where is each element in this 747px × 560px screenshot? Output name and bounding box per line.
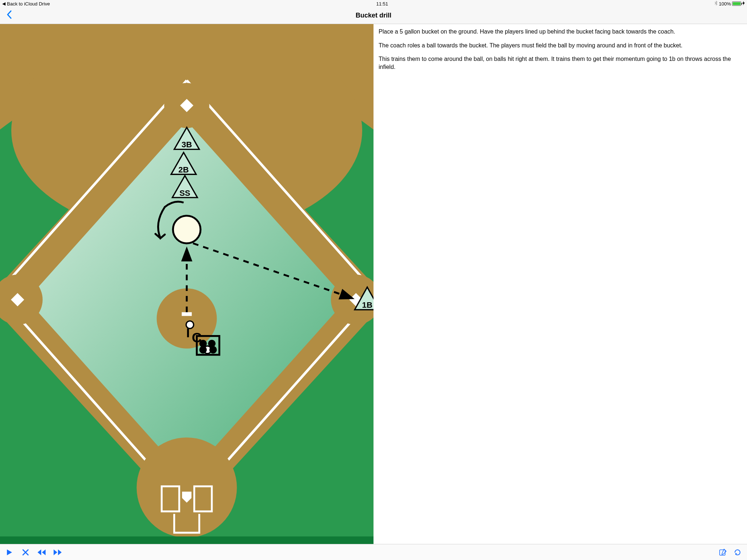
play-icon [6, 549, 13, 556]
edit-button[interactable] [716, 546, 730, 559]
diagram-pane[interactable]: 3B 2B SS 1B [0, 24, 374, 544]
field-diagram: 3B 2B SS 1B [0, 24, 374, 544]
svg-point-31 [209, 346, 217, 354]
nav-bar: Bucket drill [0, 7, 747, 24]
fast-forward-icon [53, 549, 62, 556]
svg-text:SS: SS [179, 188, 190, 198]
svg-rect-15 [182, 312, 191, 316]
status-back-to-app[interactable]: ◀ Back to iCloud Drive [2, 1, 50, 7]
description-pane[interactable]: Place a 5 gallon bucket on the ground. H… [374, 24, 747, 544]
play-button[interactable] [2, 546, 17, 559]
close-button[interactable] [18, 546, 33, 559]
description-paragraph: The coach roles a ball towards the bucke… [379, 42, 742, 50]
bucket-marker [173, 216, 201, 244]
refresh-button[interactable] [730, 546, 745, 559]
page-title: Bucket drill [0, 12, 747, 19]
rewind-icon [37, 549, 46, 556]
content-area: 3B 2B SS 1B [0, 24, 747, 544]
svg-point-10 [137, 438, 237, 538]
description-paragraph: This trains them to come around the ball… [379, 55, 742, 71]
svg-point-24 [186, 321, 194, 328]
back-button[interactable] [4, 10, 15, 21]
bluetooth-icon [715, 1, 718, 7]
charging-icon [742, 1, 745, 6]
refresh-icon [734, 548, 742, 556]
svg-text:1B: 1B [362, 300, 373, 310]
status-time: 11:51 [50, 1, 715, 7]
status-bar: ◀ Back to iCloud Drive 11:51 100% [0, 0, 747, 7]
battery-percent: 100% [719, 1, 731, 7]
status-back-label: Back to iCloud Drive [7, 1, 50, 7]
forward-button[interactable] [50, 546, 65, 559]
description-paragraph: Place a 5 gallon bucket on the ground. H… [379, 28, 742, 36]
compose-icon [719, 548, 727, 556]
chevron-left-icon [7, 10, 12, 19]
svg-text:2B: 2B [178, 165, 189, 174]
battery-icon [732, 1, 741, 6]
svg-rect-32 [0, 536, 374, 544]
svg-text:3B: 3B [182, 140, 192, 149]
status-right: 100% [715, 1, 745, 7]
rewind-button[interactable] [34, 546, 49, 559]
back-caret-icon: ◀ [2, 1, 5, 6]
bottom-toolbar [0, 544, 747, 560]
close-icon [22, 549, 29, 556]
svg-point-30 [199, 346, 207, 354]
